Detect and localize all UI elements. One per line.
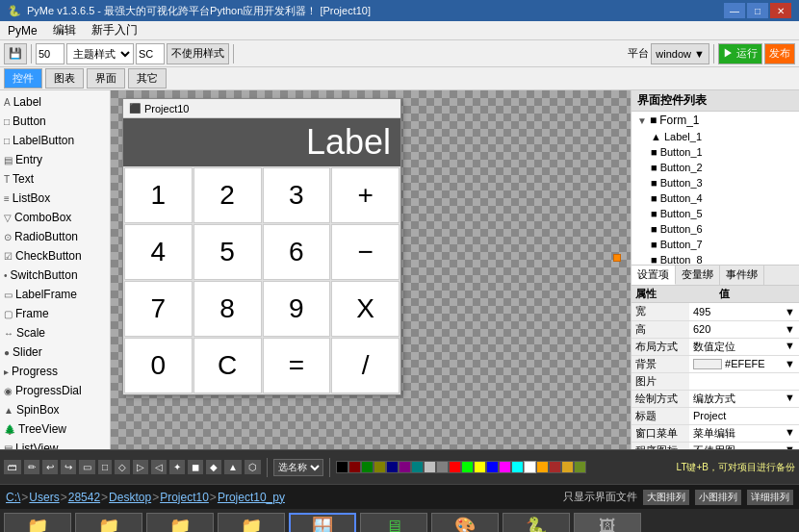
prop-val-image[interactable] (689, 372, 799, 390)
taskbar-dir-package[interactable]: 📁 DIR Package (218, 513, 285, 532)
color-teal[interactable] (411, 461, 424, 473)
color-silver[interactable] (424, 461, 436, 473)
widget-labelframe[interactable]: ▭LabelFrame (0, 285, 110, 304)
calc-btn-plus[interactable]: + (331, 167, 400, 223)
calc-btn-equals[interactable]: = (263, 338, 331, 393)
color-brown[interactable] (549, 461, 561, 473)
calc-btn-9[interactable]: 9 (263, 281, 331, 337)
widget-listview[interactable]: ▤ListView (0, 439, 110, 449)
calc-btn-divide[interactable]: / (331, 338, 400, 393)
tree-child-button5[interactable]: ■Button_5 (631, 206, 799, 221)
color-aqua[interactable] (511, 461, 524, 473)
tool-square[interactable]: □ (98, 460, 112, 474)
calc-btn-3[interactable]: 3 (263, 167, 331, 223)
calc-btn-7[interactable]: 7 (124, 281, 193, 337)
taskbar-ico[interactable]: 🖼 ICO ico (574, 513, 641, 532)
calc-btn-5[interactable]: 5 (193, 224, 262, 280)
path-user-id[interactable]: 28542 (68, 491, 100, 504)
tab-settings[interactable]: 设置项 (631, 266, 676, 285)
project-titlebar[interactable]: ⬛ Project10 (123, 99, 400, 118)
tool-triangle[interactable]: ▲ (224, 460, 242, 474)
run-button[interactable]: ▶ 运行 (718, 43, 762, 64)
tool-diamond2[interactable]: ◆ (206, 460, 221, 474)
taskbar-dir-backup[interactable]: 📁 DIR BackUp (4, 513, 71, 532)
color-yellow[interactable] (474, 461, 486, 473)
calc-btn-2[interactable]: 2 (193, 167, 262, 223)
widget-switchbutton[interactable]: •SwitchButton (0, 266, 110, 285)
tab-events[interactable]: 事件绑 (720, 266, 764, 285)
tool-diamond[interactable]: ◇ (115, 460, 130, 474)
color-maroon[interactable] (348, 461, 361, 473)
prop-val-menu[interactable]: 菜单编辑 ▼ (689, 424, 799, 442)
name-select[interactable]: 选名称 (273, 459, 323, 476)
taskbar-py-fun[interactable]: 🐍 PY Fun (503, 513, 570, 532)
widget-checkbutton[interactable]: ☑CheckButton (0, 246, 110, 266)
tree-child-button7[interactable]: ■Button_7 (631, 237, 799, 252)
widget-button[interactable]: □Button (0, 112, 110, 131)
widget-listbox[interactable]: ≡ListBox (0, 189, 110, 208)
canvas-area[interactable]: ⬛ Project10 Label 1 2 3 + 4 5 6 − 7 8 9 … (111, 90, 631, 449)
widget-labelbutton[interactable]: □LabelButton (0, 131, 110, 150)
tab-charts[interactable]: 图表 (45, 68, 84, 89)
tool-undo[interactable]: ↩ (42, 460, 58, 474)
tree-root[interactable]: ▼ ■ Form_1 (631, 112, 799, 129)
calc-btn-8[interactable]: 8 (193, 281, 262, 337)
save-button[interactable]: 💾 (4, 43, 27, 64)
sc-input[interactable] (136, 43, 165, 64)
widget-radiobutton[interactable]: ⊙RadioButton (0, 227, 110, 246)
tab-other[interactable]: 其它 (128, 68, 167, 89)
close-button[interactable]: ✕ (770, 3, 791, 18)
tool-rect[interactable]: ▭ (79, 460, 95, 474)
tab-controls[interactable]: 控件 (4, 68, 42, 89)
tab-ui[interactable]: 界面 (87, 68, 125, 89)
tree-child-label1[interactable]: ▲Label_1 (631, 129, 799, 144)
widget-progress[interactable]: ▸Progress (0, 362, 110, 381)
taskbar-dir-resource[interactable]: 📁 DIR Resourc (146, 513, 214, 532)
menu-edit[interactable]: 编辑 (45, 21, 84, 39)
menu-newbie[interactable]: 新手入门 (84, 21, 145, 39)
calc-btn-multiply[interactable]: X (331, 281, 400, 337)
color-olive[interactable] (374, 461, 386, 473)
color-green[interactable] (361, 461, 374, 473)
path-desktop[interactable]: Desktop (109, 491, 151, 504)
minimize-button[interactable]: — (724, 3, 745, 18)
widget-entry[interactable]: ▤Entry (0, 150, 110, 169)
taskbar-win-project[interactable]: 🪟 WIN Project1 (289, 513, 356, 532)
calc-btn-1[interactable]: 1 (124, 167, 193, 223)
color-orange[interactable] (536, 461, 549, 473)
color-red[interactable] (449, 461, 461, 473)
tree-child-button3[interactable]: ■Button_3 (631, 175, 799, 190)
tab-variables[interactable]: 变量绑 (676, 266, 720, 285)
large-view-btn[interactable]: 大图排列 (643, 490, 689, 505)
calc-btn-minus[interactable]: − (331, 224, 400, 280)
tool-edit[interactable]: ✏ (24, 460, 39, 474)
no-style-button[interactable]: 不使用样式 (167, 43, 229, 64)
path-file[interactable]: Project10_py (218, 491, 285, 504)
tool-star[interactable]: ✦ (169, 460, 185, 474)
tool-fill[interactable]: ◼ (188, 460, 203, 474)
path-users[interactable]: Users (29, 491, 59, 504)
widget-label[interactable]: ALabel (0, 92, 110, 112)
calc-btn-clear[interactable]: C (193, 338, 262, 393)
tool-save[interactable]: 🗃 (4, 460, 21, 474)
window-dropdown[interactable]: window ▼ (651, 43, 709, 64)
path-project10[interactable]: Project10 (160, 491, 209, 504)
tool-hex[interactable]: ⬡ (245, 460, 261, 474)
color-fuchsia[interactable] (499, 461, 511, 473)
tool-redo[interactable]: ↪ (61, 460, 76, 474)
tree-child-button6[interactable]: ■Button_6 (631, 221, 799, 237)
color-purple[interactable] (399, 461, 411, 473)
tree-child-button2[interactable]: ■Button_2 (631, 160, 799, 175)
small-view-btn[interactable]: 小图排列 (695, 490, 741, 505)
tool-arrow-left[interactable]: ◁ (151, 460, 167, 474)
maximize-button[interactable]: □ (747, 3, 768, 18)
color-gray[interactable] (436, 461, 449, 473)
tool-arrow-right[interactable]: ▷ (133, 460, 148, 474)
prop-val-drawmode[interactable]: 编放方式 ▼ (689, 390, 799, 407)
color-white[interactable] (524, 461, 536, 473)
widget-treeview[interactable]: 🌲TreeView (0, 419, 110, 439)
prop-val-height[interactable]: 620 ▼ (689, 320, 799, 338)
color-navy[interactable] (386, 461, 399, 473)
widget-scale[interactable]: ↔Scale (0, 323, 110, 342)
widget-combobox[interactable]: ▽ComboBox (0, 208, 110, 227)
